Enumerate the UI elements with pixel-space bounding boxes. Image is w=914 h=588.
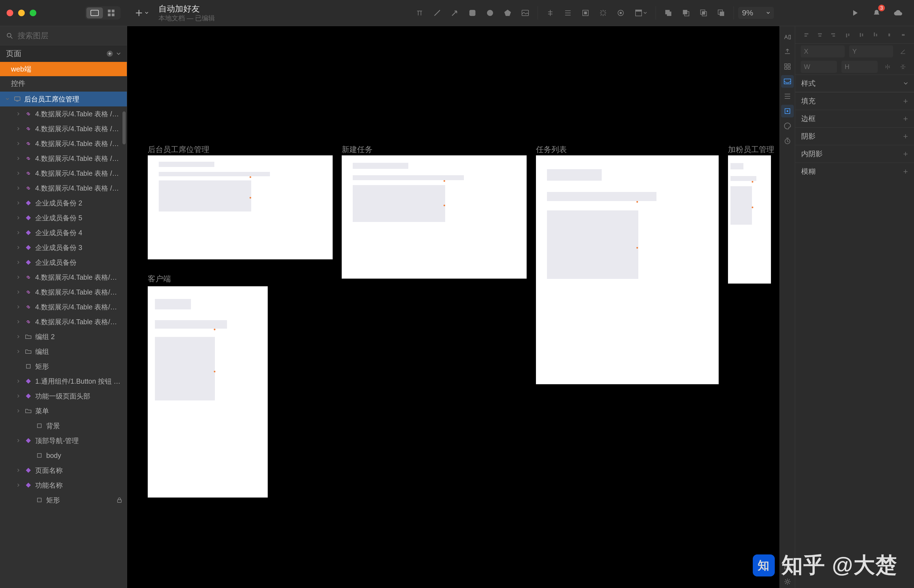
- arrow-tool[interactable]: [447, 5, 463, 21]
- chevron-right-icon[interactable]: [15, 483, 21, 487]
- page-item[interactable]: web端: [0, 62, 127, 76]
- w-field[interactable]: W: [801, 61, 837, 73]
- align-tool-2[interactable]: [560, 5, 576, 21]
- lock-icon[interactable]: [117, 497, 122, 503]
- chevron-right-icon[interactable]: [15, 350, 21, 354]
- chevron-right-icon[interactable]: [15, 290, 21, 294]
- notifications-button[interactable]: 3: [869, 5, 884, 21]
- rail-grid[interactable]: [781, 60, 794, 73]
- artboard-label[interactable]: 新建任务: [342, 144, 372, 155]
- chevron-right-icon[interactable]: [15, 112, 21, 116]
- y-field[interactable]: Y: [849, 45, 893, 58]
- boolean-difference[interactable]: [713, 5, 729, 21]
- layer-row[interactable]: 4.数据展示/4.Table 表格/…: [0, 270, 127, 285]
- artboard[interactable]: [148, 155, 333, 259]
- layer-row[interactable]: 4.数据展示/4.Table 表格 /…: [0, 136, 127, 151]
- artboard-label[interactable]: 后台员工席位管理: [148, 144, 209, 155]
- zoom-control[interactable]: 9%: [738, 7, 774, 19]
- chevron-right-icon[interactable]: [15, 335, 21, 339]
- rail-target[interactable]: [781, 105, 794, 118]
- layer-row[interactable]: 企业成员备份 4: [0, 225, 127, 240]
- chevron-right-icon[interactable]: [15, 201, 21, 205]
- artboard[interactable]: [342, 155, 527, 279]
- inspector-section[interactable]: 阴影+: [795, 127, 914, 145]
- rail-inbox[interactable]: [781, 75, 794, 88]
- angle-icon[interactable]: [898, 46, 909, 57]
- align-tool-1[interactable]: [542, 5, 558, 21]
- rail-layout[interactable]: [781, 90, 794, 103]
- chevron-right-icon[interactable]: [15, 186, 21, 190]
- color-tool[interactable]: [613, 5, 629, 21]
- layer-row[interactable]: 页面名称: [0, 463, 127, 478]
- add-icon[interactable]: +: [903, 97, 908, 106]
- layer-row[interactable]: 功能一级页面头部: [0, 389, 127, 404]
- image-tool[interactable]: [517, 5, 533, 21]
- artboard-label[interactable]: 客户端: [148, 274, 171, 284]
- layer-row[interactable]: 矩形: [0, 359, 127, 374]
- add-icon[interactable]: +: [903, 149, 908, 159]
- layer-row[interactable]: 编组 2: [0, 329, 127, 344]
- window-minimize-button[interactable]: [18, 10, 25, 16]
- layer-search-input[interactable]: [17, 31, 121, 40]
- artboard[interactable]: [728, 155, 771, 284]
- layer-row[interactable]: 4.数据展示/4.Table 表格/…: [0, 299, 127, 314]
- layer-row[interactable]: 4.数据展示/4.Table 表格/…: [0, 285, 127, 299]
- view-canvas-button[interactable]: [86, 7, 103, 18]
- layer-row[interactable]: 企业成员备份 2: [0, 195, 127, 210]
- canvas[interactable]: 后台员工席位管理客户端新建任务任务列表加粉员工管理: [127, 26, 780, 588]
- add-icon[interactable]: +: [903, 167, 908, 176]
- x-field[interactable]: X: [801, 45, 844, 58]
- layer-row[interactable]: 后台员工席位管理: [0, 92, 127, 107]
- chevron-right-icon[interactable]: [15, 394, 21, 398]
- chevron-right-icon[interactable]: [15, 246, 21, 249]
- layer-row[interactable]: 编组: [0, 344, 127, 359]
- chevron-right-icon[interactable]: [15, 231, 21, 234]
- rail-design[interactable]: [781, 31, 794, 43]
- view-grid-button[interactable]: [103, 7, 120, 18]
- align-hcenter-icon[interactable]: [815, 30, 825, 40]
- layer-row[interactable]: 背景: [0, 418, 127, 433]
- distribute-v-icon[interactable]: [898, 30, 909, 40]
- text-tool[interactable]: [412, 5, 427, 21]
- chevron-right-icon[interactable]: [15, 320, 21, 324]
- layer-row[interactable]: body: [0, 448, 127, 463]
- add-icon[interactable]: +: [903, 114, 908, 123]
- layer-row[interactable]: 1.通用组件/1.Button 按钮 /…: [0, 374, 127, 389]
- align-top-icon[interactable]: [843, 30, 853, 40]
- h-field[interactable]: H: [841, 61, 878, 73]
- layer-row[interactable]: 4.数据展示/4.Table 表格 /…: [0, 107, 127, 121]
- effects-tool[interactable]: [595, 5, 611, 21]
- chevron-right-icon[interactable]: [15, 439, 21, 443]
- chevron-right-icon[interactable]: [15, 275, 21, 279]
- chevron-right-icon[interactable]: [15, 216, 21, 220]
- style-header[interactable]: 样式: [795, 74, 914, 92]
- layer-row[interactable]: 4.数据展示/4.Table 表格 /…: [0, 166, 127, 181]
- rail-export[interactable]: [781, 45, 794, 58]
- chevron-right-icon[interactable]: [15, 157, 21, 160]
- layer-row[interactable]: 4.数据展示/4.Table 表格 /…: [0, 181, 127, 195]
- layer-row[interactable]: 企业成员备份 3: [0, 240, 127, 255]
- align-bottom-icon[interactable]: [870, 30, 881, 40]
- rail-palette[interactable]: [781, 120, 794, 132]
- chevron-right-icon[interactable]: [15, 379, 21, 383]
- chevron-right-icon[interactable]: [15, 260, 21, 264]
- inspector-section[interactable]: 内阴影+: [795, 145, 914, 163]
- layer-row[interactable]: 矩形: [0, 493, 127, 507]
- chevron-right-icon[interactable]: [15, 127, 21, 131]
- artboard-label[interactable]: 加粉员工管理: [728, 144, 774, 155]
- artboard[interactable]: [536, 155, 719, 384]
- layer-row[interactable]: 企业成员备份 5: [0, 210, 127, 225]
- chevron-down-icon[interactable]: [5, 98, 10, 100]
- cloud-button[interactable]: [890, 5, 906, 21]
- chevron-right-icon[interactable]: [15, 142, 21, 145]
- sidebar-scrollbar[interactable]: [123, 111, 126, 144]
- play-button[interactable]: [848, 5, 863, 21]
- add-shape-button[interactable]: [133, 8, 151, 18]
- chevron-right-icon[interactable]: [15, 171, 21, 175]
- align-right-icon[interactable]: [828, 30, 839, 40]
- flip-v-icon[interactable]: [898, 61, 909, 72]
- page-item[interactable]: 控件: [0, 76, 127, 90]
- layer-row[interactable]: 企业成员备份: [0, 255, 127, 270]
- ellipse-tool[interactable]: [482, 5, 498, 21]
- boolean-subtract[interactable]: [678, 5, 694, 21]
